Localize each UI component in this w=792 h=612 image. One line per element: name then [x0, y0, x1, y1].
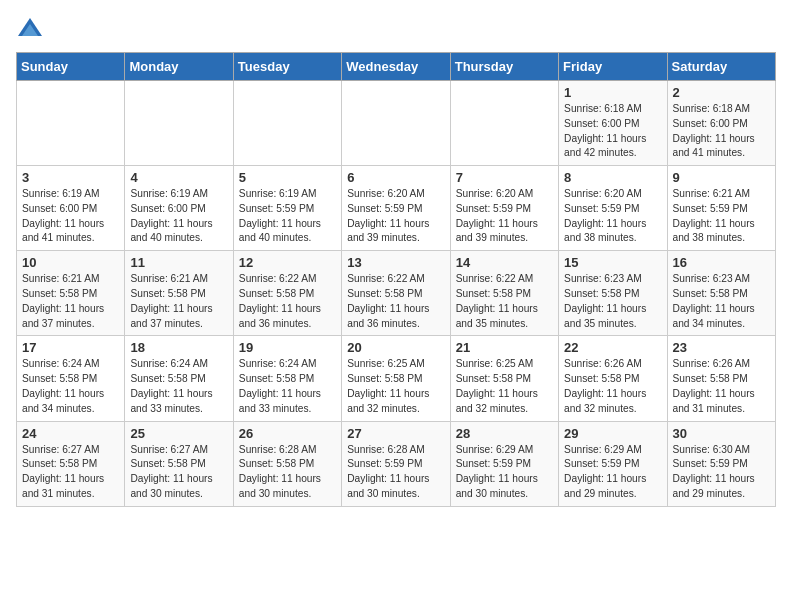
day-number: 22: [564, 340, 661, 355]
calendar-cell: 3Sunrise: 6:19 AM Sunset: 6:00 PM Daylig…: [17, 166, 125, 251]
day-info: Sunrise: 6:24 AM Sunset: 5:58 PM Dayligh…: [22, 357, 119, 416]
calendar-cell: 7Sunrise: 6:20 AM Sunset: 5:59 PM Daylig…: [450, 166, 558, 251]
header-tuesday: Tuesday: [233, 53, 341, 81]
day-info: Sunrise: 6:25 AM Sunset: 5:58 PM Dayligh…: [347, 357, 444, 416]
calendar-cell: 15Sunrise: 6:23 AM Sunset: 5:58 PM Dayli…: [559, 251, 667, 336]
day-info: Sunrise: 6:28 AM Sunset: 5:58 PM Dayligh…: [239, 443, 336, 502]
day-info: Sunrise: 6:22 AM Sunset: 5:58 PM Dayligh…: [456, 272, 553, 331]
day-info: Sunrise: 6:26 AM Sunset: 5:58 PM Dayligh…: [673, 357, 770, 416]
calendar-cell: 12Sunrise: 6:22 AM Sunset: 5:58 PM Dayli…: [233, 251, 341, 336]
day-number: 8: [564, 170, 661, 185]
header-wednesday: Wednesday: [342, 53, 450, 81]
header-sunday: Sunday: [17, 53, 125, 81]
calendar-cell: 6Sunrise: 6:20 AM Sunset: 5:59 PM Daylig…: [342, 166, 450, 251]
header-saturday: Saturday: [667, 53, 775, 81]
calendar-cell: 22Sunrise: 6:26 AM Sunset: 5:58 PM Dayli…: [559, 336, 667, 421]
day-number: 16: [673, 255, 770, 270]
day-info: Sunrise: 6:21 AM Sunset: 5:58 PM Dayligh…: [22, 272, 119, 331]
day-number: 20: [347, 340, 444, 355]
calendar-cell: 18Sunrise: 6:24 AM Sunset: 5:58 PM Dayli…: [125, 336, 233, 421]
day-number: 23: [673, 340, 770, 355]
day-number: 28: [456, 426, 553, 441]
day-info: Sunrise: 6:27 AM Sunset: 5:58 PM Dayligh…: [22, 443, 119, 502]
day-number: 1: [564, 85, 661, 100]
day-number: 11: [130, 255, 227, 270]
calendar-cell: 16Sunrise: 6:23 AM Sunset: 5:58 PM Dayli…: [667, 251, 775, 336]
calendar-cell: [125, 81, 233, 166]
day-number: 3: [22, 170, 119, 185]
header-thursday: Thursday: [450, 53, 558, 81]
day-number: 21: [456, 340, 553, 355]
day-info: Sunrise: 6:23 AM Sunset: 5:58 PM Dayligh…: [564, 272, 661, 331]
calendar-cell: 25Sunrise: 6:27 AM Sunset: 5:58 PM Dayli…: [125, 421, 233, 506]
day-number: 15: [564, 255, 661, 270]
calendar-cell: 27Sunrise: 6:28 AM Sunset: 5:59 PM Dayli…: [342, 421, 450, 506]
day-number: 12: [239, 255, 336, 270]
day-info: Sunrise: 6:22 AM Sunset: 5:58 PM Dayligh…: [347, 272, 444, 331]
calendar-cell: 2Sunrise: 6:18 AM Sunset: 6:00 PM Daylig…: [667, 81, 775, 166]
day-number: 10: [22, 255, 119, 270]
calendar-week-5: 24Sunrise: 6:27 AM Sunset: 5:58 PM Dayli…: [17, 421, 776, 506]
day-number: 26: [239, 426, 336, 441]
day-info: Sunrise: 6:18 AM Sunset: 6:00 PM Dayligh…: [564, 102, 661, 161]
day-number: 4: [130, 170, 227, 185]
calendar-cell: 8Sunrise: 6:20 AM Sunset: 5:59 PM Daylig…: [559, 166, 667, 251]
calendar-week-4: 17Sunrise: 6:24 AM Sunset: 5:58 PM Dayli…: [17, 336, 776, 421]
calendar-cell: [342, 81, 450, 166]
header-friday: Friday: [559, 53, 667, 81]
day-number: 14: [456, 255, 553, 270]
day-info: Sunrise: 6:30 AM Sunset: 5:59 PM Dayligh…: [673, 443, 770, 502]
page-header: [16, 16, 776, 44]
day-number: 5: [239, 170, 336, 185]
header-monday: Monday: [125, 53, 233, 81]
day-info: Sunrise: 6:19 AM Sunset: 5:59 PM Dayligh…: [239, 187, 336, 246]
day-info: Sunrise: 6:18 AM Sunset: 6:00 PM Dayligh…: [673, 102, 770, 161]
day-info: Sunrise: 6:20 AM Sunset: 5:59 PM Dayligh…: [564, 187, 661, 246]
day-number: 29: [564, 426, 661, 441]
day-number: 24: [22, 426, 119, 441]
day-number: 19: [239, 340, 336, 355]
calendar-cell: 30Sunrise: 6:30 AM Sunset: 5:59 PM Dayli…: [667, 421, 775, 506]
calendar-week-3: 10Sunrise: 6:21 AM Sunset: 5:58 PM Dayli…: [17, 251, 776, 336]
calendar-cell: 4Sunrise: 6:19 AM Sunset: 6:00 PM Daylig…: [125, 166, 233, 251]
calendar-week-1: 1Sunrise: 6:18 AM Sunset: 6:00 PM Daylig…: [17, 81, 776, 166]
day-info: Sunrise: 6:27 AM Sunset: 5:58 PM Dayligh…: [130, 443, 227, 502]
calendar-table: SundayMondayTuesdayWednesdayThursdayFrid…: [16, 52, 776, 507]
calendar-cell: 11Sunrise: 6:21 AM Sunset: 5:58 PM Dayli…: [125, 251, 233, 336]
calendar-cell: 9Sunrise: 6:21 AM Sunset: 5:59 PM Daylig…: [667, 166, 775, 251]
day-info: Sunrise: 6:20 AM Sunset: 5:59 PM Dayligh…: [456, 187, 553, 246]
calendar-cell: 23Sunrise: 6:26 AM Sunset: 5:58 PM Dayli…: [667, 336, 775, 421]
day-info: Sunrise: 6:21 AM Sunset: 5:58 PM Dayligh…: [130, 272, 227, 331]
day-info: Sunrise: 6:26 AM Sunset: 5:58 PM Dayligh…: [564, 357, 661, 416]
calendar-cell: 20Sunrise: 6:25 AM Sunset: 5:58 PM Dayli…: [342, 336, 450, 421]
calendar-cell: [17, 81, 125, 166]
day-number: 25: [130, 426, 227, 441]
day-info: Sunrise: 6:29 AM Sunset: 5:59 PM Dayligh…: [564, 443, 661, 502]
calendar-cell: 26Sunrise: 6:28 AM Sunset: 5:58 PM Dayli…: [233, 421, 341, 506]
day-info: Sunrise: 6:29 AM Sunset: 5:59 PM Dayligh…: [456, 443, 553, 502]
calendar-cell: 28Sunrise: 6:29 AM Sunset: 5:59 PM Dayli…: [450, 421, 558, 506]
logo: [16, 16, 48, 44]
calendar-header-row: SundayMondayTuesdayWednesdayThursdayFrid…: [17, 53, 776, 81]
day-number: 7: [456, 170, 553, 185]
calendar-cell: 13Sunrise: 6:22 AM Sunset: 5:58 PM Dayli…: [342, 251, 450, 336]
calendar-week-2: 3Sunrise: 6:19 AM Sunset: 6:00 PM Daylig…: [17, 166, 776, 251]
day-info: Sunrise: 6:23 AM Sunset: 5:58 PM Dayligh…: [673, 272, 770, 331]
day-number: 30: [673, 426, 770, 441]
calendar-cell: 1Sunrise: 6:18 AM Sunset: 6:00 PM Daylig…: [559, 81, 667, 166]
day-info: Sunrise: 6:21 AM Sunset: 5:59 PM Dayligh…: [673, 187, 770, 246]
calendar-cell: 5Sunrise: 6:19 AM Sunset: 5:59 PM Daylig…: [233, 166, 341, 251]
day-number: 6: [347, 170, 444, 185]
day-info: Sunrise: 6:25 AM Sunset: 5:58 PM Dayligh…: [456, 357, 553, 416]
calendar-cell: 14Sunrise: 6:22 AM Sunset: 5:58 PM Dayli…: [450, 251, 558, 336]
day-number: 27: [347, 426, 444, 441]
day-info: Sunrise: 6:24 AM Sunset: 5:58 PM Dayligh…: [130, 357, 227, 416]
calendar-cell: 29Sunrise: 6:29 AM Sunset: 5:59 PM Dayli…: [559, 421, 667, 506]
day-info: Sunrise: 6:28 AM Sunset: 5:59 PM Dayligh…: [347, 443, 444, 502]
calendar-cell: [450, 81, 558, 166]
day-info: Sunrise: 6:19 AM Sunset: 6:00 PM Dayligh…: [130, 187, 227, 246]
day-number: 9: [673, 170, 770, 185]
logo-icon: [16, 16, 44, 44]
day-number: 17: [22, 340, 119, 355]
day-info: Sunrise: 6:22 AM Sunset: 5:58 PM Dayligh…: [239, 272, 336, 331]
